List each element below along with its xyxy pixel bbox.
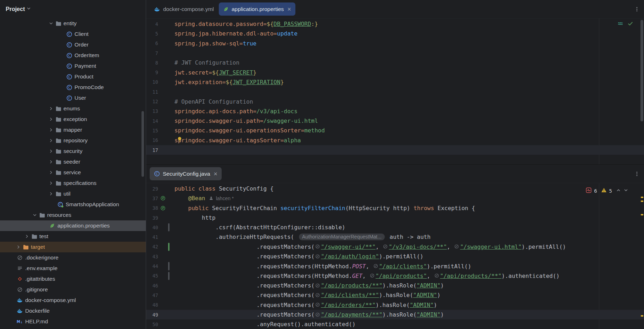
code-line-13[interactable]: 13springdoc.api-docs.path=/v3/api-docs [146,106,644,116]
code-token[interactable]: "/api/clients/**" [321,292,379,298]
code-line-49[interactable]: 49 .requestMatchers("/api/payments/**").… [146,310,644,319]
chevron-right-icon[interactable] [48,180,55,187]
code-line-45[interactable]: 45 .requestMatchers(HttpMethod.GET, "/ap… [146,271,644,281]
chevron-down-icon[interactable] [48,20,55,27]
code-line-46[interactable]: 46 .requestMatchers("/api/products/**").… [146,281,644,290]
code-line-39[interactable]: 39 http [146,213,644,223]
warning-icon[interactable] [601,187,607,194]
code-line-48[interactable]: 48 .requestMatchers("/api/orders/**").ha… [146,300,644,310]
tree-item-product[interactable]: CProduct [0,71,146,82]
code-line-47[interactable]: 47 .requestMatchers("/api/clients/**").h… [146,290,644,300]
tree-item-seeder[interactable]: seeder [0,157,146,167]
tree-item-mapper[interactable]: mapper [0,125,146,135]
tree-item-test[interactable]: test [0,231,146,242]
tab-application-properties[interactable]: application.properties× [219,2,295,16]
injection-icon[interactable] [383,244,388,249]
tree-item-orderitem[interactable]: COrderItem [0,50,146,61]
injection-icon[interactable] [315,302,320,307]
injection-icon[interactable] [454,244,459,249]
code-line-37[interactable]: 37 @Beanlahcen * [146,193,644,203]
code-token[interactable]: JWT_SECRET [219,69,253,76]
chevron-right-icon[interactable] [23,233,30,240]
inspections-ok-icon[interactable] [627,21,633,28]
code-token[interactable]: "ADMIN" [417,282,440,289]
code-token[interactable]: "/api/products/**" [440,273,501,279]
tab-close-icon[interactable]: × [214,171,218,177]
injection-icon[interactable] [373,264,378,268]
tree-item-application-properties[interactable]: application.properties [0,220,146,231]
code-line-17[interactable]: 17 [146,145,644,155]
chevron-right-icon[interactable] [48,148,55,155]
project-panel-header[interactable]: Project [0,0,146,18]
next-problem-icon[interactable] [623,188,628,194]
error-stripe-mark[interactable] [641,214,643,215]
tree-item-dockerignore[interactable]: .dockerignore [0,252,146,263]
error-stripe-mark[interactable] [641,197,643,198]
chevron-right-icon[interactable] [48,126,55,133]
code-line-29[interactable]: 29public class SecurityConfig { [146,184,644,193]
tab-docker-compose-yml[interactable]: docker-compose.yml [150,2,218,16]
code-token[interactable]: "/swagger-ui.html" [460,243,521,250]
tree-item-order[interactable]: COrder [0,39,146,50]
code-line-43[interactable]: 43 .requestMatchers("/api/auth/login").p… [146,252,644,261]
tree-item-user[interactable]: CUser [0,93,146,103]
injection-icon[interactable] [315,293,320,297]
tree-item-promocode[interactable]: CPromoCode [0,82,146,93]
code-line-40[interactable]: 40 .csrf(AbstractHttpConfigurer::disable… [146,223,644,232]
inlay-hint[interactable]: AuthorizationManagerRequestMat... [299,234,385,240]
code-line-16[interactable]: 16springdoc.swagger-ui.tagsSorter=alpha [146,136,644,145]
code-line-9[interactable]: 9jwt.secret=${JWT_SECRET} [146,67,644,77]
code-line-10[interactable]: 10jwt.expiration=${JWT_EXPIRATION} [146,77,644,87]
tree-item-dockerfile[interactable]: Dockerfile [0,306,146,316]
code-line-4[interactable]: 4spring.datasource.password=${DB_PASSWOR… [146,19,644,29]
code-token[interactable]: "/v3/api-docs/**" [389,243,447,250]
error-stripe-mark[interactable] [641,201,643,202]
tree-item-help-md[interactable]: M↓HELP.md [0,316,146,327]
code-line-12[interactable]: 12# OpenAPI Configuration [146,97,644,106]
error-stripe-mark[interactable] [641,315,643,317]
tree-item-target[interactable]: target [0,242,146,252]
code-token[interactable]: "/swagger-ui/**" [321,243,376,250]
editor-scrollbar[interactable] [640,20,643,121]
chevron-right-icon[interactable] [48,137,55,144]
top-editor[interactable]: 4spring.datasource.password=${DB_PASSWOR… [146,18,644,164]
code-token[interactable]: "/api/products" [376,273,427,279]
spring-bean-gutter-icon[interactable] [158,196,167,201]
editor-options-icon[interactable] [634,171,640,177]
code-token[interactable]: "ADMIN" [410,302,433,308]
chevron-right-icon[interactable] [48,116,55,123]
tree-item-client[interactable]: CClient [0,29,146,39]
code-line-11[interactable]: 11 [146,87,644,97]
highlight-level-icon[interactable] [617,21,623,28]
code-token[interactable]: JWT_EXPIRATION [233,79,281,86]
code-line-7[interactable]: 7 [146,48,644,58]
chevron-right-icon[interactable] [48,190,55,197]
tree-item-repository[interactable]: repository [0,135,146,146]
tree-item-entity[interactable]: entity [0,18,146,29]
tree-item-docker-compose-yml[interactable]: docker-compose.yml [0,295,146,306]
intention-bulb-icon[interactable] [177,136,183,144]
injection-icon[interactable] [370,273,374,278]
tree-item-enums[interactable]: enums [0,103,146,114]
chevron-right-icon[interactable] [48,105,55,112]
code-line-5[interactable]: 5spring.jpa.hibernate.ddl-auto=update [146,29,644,38]
injection-icon[interactable] [315,244,320,249]
injection-icon[interactable] [315,312,320,317]
chevron-down-icon[interactable] [31,212,38,219]
tab-securityconfig-java[interactable]: CSecurityConfig.java× [150,167,222,180]
tree-item-resources[interactable]: resources [0,210,146,220]
tree-item-gitignore[interactable]: .gitignore [0,284,146,295]
tree-item-service[interactable]: service [0,167,146,178]
code-token[interactable]: "/api/orders/**" [321,302,376,308]
code-token[interactable]: "/api/products/**" [321,282,382,289]
injection-icon[interactable] [434,273,439,278]
code-token[interactable]: "ADMIN" [413,292,437,298]
code-line-50[interactable]: 50 .anyRequest().authenticated() [146,319,644,329]
chevron-right-icon[interactable] [48,169,55,176]
code-line-41[interactable]: 41 .authorizeHttpRequests( Authorization… [146,232,644,242]
spring-bean-gutter-icon[interactable] [158,205,167,211]
code-line-38[interactable]: 38 public SecurityFilterChain securityFi… [146,203,644,213]
code-token[interactable]: DB_PASSWORD [273,21,311,27]
injection-icon[interactable] [315,283,320,288]
code-token[interactable]: "/api/auth/login" [321,253,379,260]
